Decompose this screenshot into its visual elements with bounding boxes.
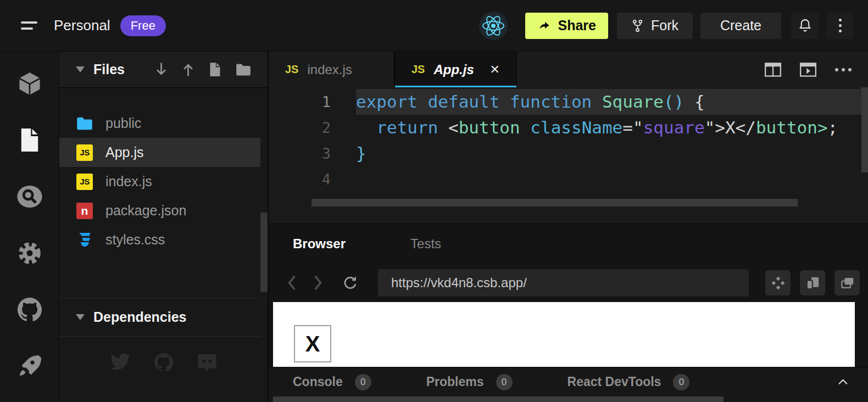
console-tab-problems[interactable]: Problems0 [426, 374, 513, 390]
file-list: publicJSApp.jsJSindex.jsnpackage.jsonsty… [59, 109, 260, 254]
browser-toolbar [269, 264, 868, 302]
fork-label: Fork [651, 18, 678, 34]
code-text [356, 166, 861, 192]
chevron-down-icon[interactable] [76, 66, 85, 72]
file-name: App.js [105, 144, 143, 160]
square-button[interactable]: X [294, 325, 331, 362]
tab-label: index.js [307, 62, 352, 77]
file-name: public [105, 115, 141, 131]
tab-index-js[interactable]: JS index.js [269, 52, 394, 87]
editor-vscrollbar[interactable] [861, 87, 868, 172]
download-icon[interactable] [155, 62, 168, 77]
browser-panel: Browser Tests [269, 224, 868, 402]
preview-window-icon[interactable] [800, 63, 816, 77]
console-scrollbar[interactable] [273, 397, 724, 402]
kebab-menu-icon [839, 19, 842, 32]
social-links [59, 353, 268, 372]
editor-hscrollbar[interactable] [311, 199, 798, 206]
close-icon[interactable]: ✕ [490, 63, 500, 77]
tab-tests[interactable]: Tests [410, 236, 441, 252]
workbench: JS index.js JS App.js ✕ [268, 52, 868, 402]
js-icon: JS [76, 174, 93, 190]
console-tab-label: React DevTools [567, 375, 661, 389]
fork-button[interactable]: Fork [617, 13, 693, 39]
code-text: export default function Square() { [356, 89, 861, 115]
code-line-2[interactable]: 2 return <button className="square">X</b… [269, 115, 868, 141]
url-input[interactable] [378, 269, 749, 297]
refresh-icon[interactable] [342, 275, 358, 291]
share-label: Share [558, 18, 596, 34]
csb-menu-button[interactable] [765, 270, 791, 295]
file-icon [19, 127, 40, 153]
forward-icon[interactable] [313, 275, 324, 291]
discord-icon[interactable] [197, 353, 217, 372]
js-icon: JS [76, 144, 93, 161]
count-badge: 0 [496, 374, 513, 390]
search-icon [16, 185, 43, 208]
explorer-scrollbar[interactable] [260, 213, 268, 292]
new-folder-icon[interactable] [236, 63, 251, 76]
code-lines: 1export default function Square() {2 ret… [269, 89, 868, 192]
preview-frame: X [273, 302, 855, 367]
code-line-1[interactable]: 1export default function Square() { [269, 89, 868, 115]
bell-icon [798, 18, 813, 34]
open-in-new-window-button[interactable] [834, 270, 860, 295]
codesandbox-app: Personal Free Share [0, 0, 868, 402]
file-name: styles.css [105, 232, 165, 248]
tab-browser[interactable]: Browser [293, 236, 346, 252]
console-tab-console[interactable]: Console0 [293, 374, 371, 390]
js-icon: JS [411, 63, 425, 76]
workspace-name[interactable]: Personal [54, 17, 110, 34]
sandbox-info-button[interactable] [0, 55, 59, 111]
file-row-styles.css[interactable]: styles.css [59, 225, 260, 254]
devices-icon [805, 276, 820, 291]
more-options-button[interactable] [826, 13, 854, 39]
line-number: 1 [269, 89, 331, 115]
upload-icon[interactable] [182, 62, 194, 77]
file-row-public[interactable]: public [59, 109, 260, 138]
console-scrollbar-track [269, 397, 868, 402]
chevron-up-icon[interactable] [838, 378, 848, 386]
share-arrow-icon [537, 19, 552, 32]
settings-button[interactable] [0, 225, 59, 281]
back-icon[interactable] [286, 275, 297, 291]
file-row-App.js[interactable]: JSApp.js [59, 138, 260, 167]
github-icon[interactable] [154, 353, 173, 372]
file-row-package.json[interactable]: npackage.json [59, 196, 260, 225]
notifications-button[interactable] [791, 13, 819, 39]
console-tab-label: Problems [426, 375, 484, 389]
share-button[interactable]: Share [525, 13, 608, 39]
line-number: 2 [269, 115, 331, 141]
twitter-icon[interactable] [110, 353, 130, 372]
explorer-button[interactable] [0, 111, 59, 168]
create-button[interactable]: Create [700, 13, 781, 39]
count-badge: 0 [355, 374, 371, 390]
count-badge: 0 [673, 374, 689, 390]
code-line-3[interactable]: 3} [269, 141, 868, 166]
search-button[interactable] [0, 168, 59, 225]
files-header: Files [59, 52, 268, 88]
dependencies-header[interactable]: Dependencies [59, 298, 260, 337]
console-tab-label: Console [293, 375, 343, 389]
console-bar: Console0Problems0React DevTools0 [269, 367, 868, 397]
code-line-4[interactable]: 4 [269, 166, 868, 192]
code-editor[interactable]: 1export default function Square() {2 ret… [269, 87, 868, 224]
menu-icon[interactable] [21, 20, 40, 32]
editor-more-icon[interactable] [835, 68, 852, 71]
github-icon [18, 298, 42, 322]
code-text: } [356, 141, 861, 166]
responsive-preview-button[interactable] [800, 270, 825, 295]
tab-app-js[interactable]: JS App.js ✕ [394, 52, 517, 87]
main-area: Files publicJSApp.jsJSindex.j [0, 52, 868, 402]
github-button[interactable] [0, 281, 59, 338]
react-logo-icon [479, 12, 508, 40]
files-title: Files [93, 62, 125, 77]
js-icon: JS [285, 63, 298, 76]
split-view-icon[interactable] [765, 63, 781, 77]
file-row-index.js[interactable]: JSindex.js [59, 167, 260, 196]
chevron-down-icon [76, 314, 85, 320]
file-explorer: Files publicJSApp.jsJSindex.j [59, 52, 268, 402]
console-tab-react-devtools[interactable]: React DevTools0 [567, 374, 690, 390]
new-file-icon[interactable] [209, 62, 221, 77]
deploy-button[interactable] [0, 338, 59, 394]
